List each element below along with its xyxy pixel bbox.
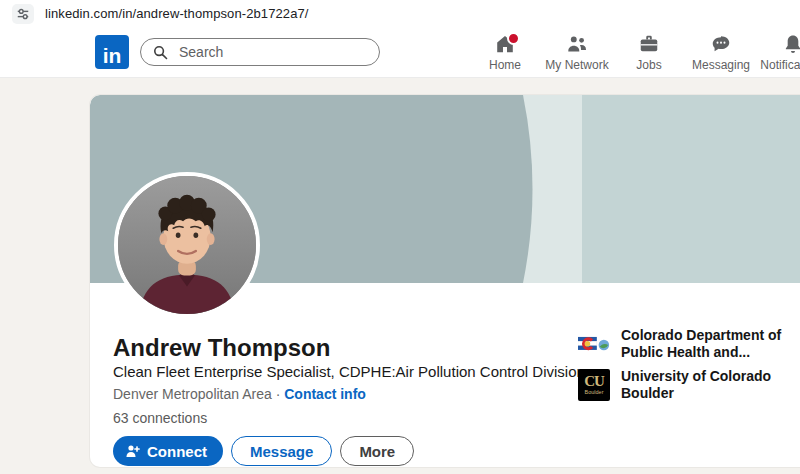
nav-label: Notifications: [760, 58, 800, 72]
profile-location: Denver Metropolitan Area: [113, 386, 272, 402]
message-button[interactable]: Message: [231, 436, 332, 466]
search-input[interactable]: [177, 43, 361, 61]
cu-boulder-logo: CU Boulder: [578, 369, 610, 401]
top-navigation: Home My Network Jobs: [477, 32, 800, 72]
contact-info-link[interactable]: Contact info: [284, 386, 366, 402]
more-label: More: [359, 443, 395, 460]
connect-label: Connect: [147, 443, 207, 460]
linkedin-logo[interactable]: in: [95, 35, 129, 69]
nav-item-messaging[interactable]: Messaging: [693, 32, 749, 72]
connections-count[interactable]: 63 connections: [113, 409, 800, 428]
browser-url-bar: linkedin.com/in/andrew-thompson-2b1722a7…: [0, 0, 800, 28]
nav-item-home[interactable]: Home: [477, 32, 533, 72]
nav-item-notifications[interactable]: Notifications: [765, 32, 800, 72]
nav-label: My Network: [545, 58, 608, 72]
site-settings-icon[interactable]: [12, 4, 34, 24]
action-buttons: Connect Message More: [113, 436, 800, 466]
org-row-cdphe[interactable]: Colorado Department of Public Health and…: [578, 327, 800, 361]
message-label: Message: [250, 443, 313, 460]
nav-label: Messaging: [692, 58, 750, 72]
notifications-icon: [782, 32, 800, 56]
linkedin-header: in Home: [0, 27, 800, 78]
organization-list: Colorado Department of Public Health and…: [578, 327, 800, 402]
nav-label: Home: [489, 58, 521, 72]
search-icon: [153, 45, 168, 60]
my-network-icon: [566, 32, 588, 56]
profile-card: Andrew Thompson Clean Fleet Enterprise S…: [90, 95, 800, 467]
org-name: University of Colorado Boulder: [621, 368, 800, 402]
connect-button[interactable]: Connect: [113, 436, 223, 466]
colorado-dept-logo: [578, 328, 610, 360]
search-bar[interactable]: [140, 38, 380, 66]
org-name: Colorado Department of Public Health and…: [621, 327, 800, 361]
nav-item-jobs[interactable]: Jobs: [621, 32, 677, 72]
nav-item-my-network[interactable]: My Network: [549, 32, 605, 72]
org-row-cu-boulder[interactable]: CU Boulder University of Colorado Boulde…: [578, 368, 800, 402]
more-button[interactable]: More: [340, 436, 414, 466]
notification-badge: [507, 32, 520, 45]
jobs-icon: [638, 32, 660, 56]
nav-label: Jobs: [636, 58, 661, 72]
address-bar-url[interactable]: linkedin.com/in/andrew-thompson-2b1722a7…: [45, 6, 309, 21]
connect-icon: [125, 443, 141, 459]
messaging-icon: [710, 32, 732, 56]
separator-dot: ·: [276, 386, 281, 402]
